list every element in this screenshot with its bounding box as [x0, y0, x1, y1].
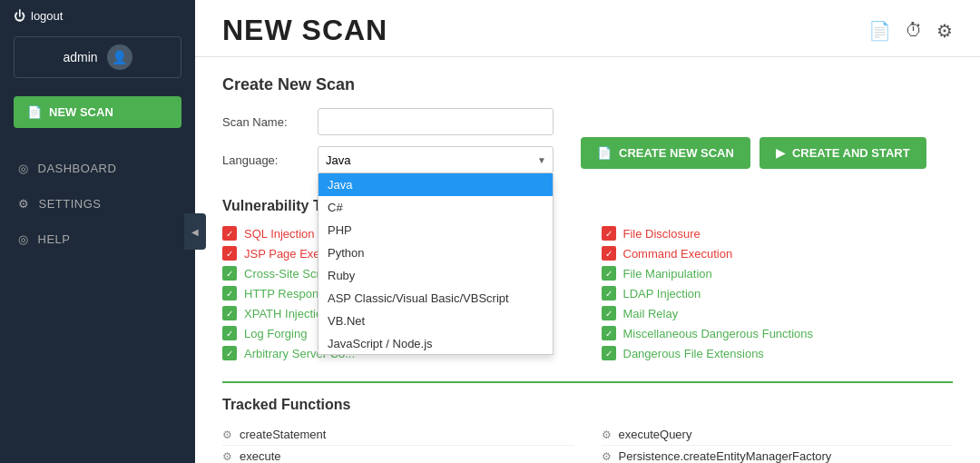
- sidebar-item-dashboard[interactable]: ◎ DASHBOARD: [0, 151, 195, 186]
- tracked-function-name: executeQuery: [619, 428, 692, 441]
- new-scan-button[interactable]: 📄 NEW SCAN: [14, 96, 181, 128]
- language-row: Language: Java ▼ Java C# PHP Python Ruby: [222, 146, 554, 173]
- vuln-name: Command Execution: [623, 247, 733, 261]
- dropdown-option-js[interactable]: JavaScript / Node.js: [318, 332, 553, 355]
- list-item[interactable]: ✓ Command Execution: [602, 243, 954, 263]
- list-item: ⚙ createStatement: [222, 424, 574, 446]
- create-and-start-button[interactable]: ▶ CREATE AND START: [760, 137, 926, 169]
- tracked-function-name: createStatement: [240, 428, 326, 441]
- list-item[interactable]: ✓ File Manipulation: [602, 263, 954, 283]
- list-item[interactable]: ✓ Miscellaneous Dangerous Functions: [602, 323, 954, 343]
- checkbox-log[interactable]: ✓: [222, 326, 237, 340]
- checkbox-xpath[interactable]: ✓: [222, 306, 237, 320]
- gear-icon[interactable]: ⚙: [936, 20, 953, 42]
- logout-label: logout: [31, 9, 63, 23]
- dropdown-option-python[interactable]: Python: [318, 241, 553, 264]
- vuln-name: LDAP Injection: [623, 287, 701, 300]
- tracked-right-col: ⚙ executeQuery ⚙ Persistence.createEntit…: [602, 424, 954, 463]
- sidebar-item-help[interactable]: ◎ HELP: [0, 222, 195, 257]
- checkbox-file-manip[interactable]: ✓: [602, 266, 616, 281]
- new-scan-label: NEW SCAN: [49, 105, 113, 119]
- dropdown-option-csharp[interactable]: C#: [318, 196, 553, 219]
- logout-icon: ⏻: [14, 9, 25, 23]
- clock-icon[interactable]: ⏱: [905, 20, 923, 41]
- play-icon: ▶: [776, 146, 785, 160]
- main-content: NEW SCAN 📄 ⏱ ⚙ Create New Scan Scan Name…: [195, 0, 980, 463]
- page-header: NEW SCAN 📄 ⏱ ⚙: [195, 0, 980, 57]
- gear-icon: ⚙: [222, 450, 232, 463]
- create-new-label: CREATE NEW SCAN: [619, 146, 734, 160]
- language-display[interactable]: Java: [318, 146, 554, 173]
- vuln-right-col: ✓ File Disclosure ✓ Command Execution ✓ …: [602, 223, 954, 363]
- vuln-name: Miscellaneous Dangerous Functions: [623, 327, 814, 340]
- checkbox-xss[interactable]: ✓: [222, 266, 237, 281]
- sidebar-item-settings[interactable]: ⚙ SETTINGS: [0, 186, 195, 222]
- gear-icon: ⚙: [602, 450, 612, 463]
- tracked-function-name: Persistence.createEntityManagerFactory: [619, 449, 832, 463]
- create-scan-title: Create New Scan: [222, 75, 953, 94]
- checkbox-misc[interactable]: ✓: [602, 326, 616, 340]
- new-scan-icon: 📄: [27, 105, 42, 119]
- language-select-wrapper: Java ▼ Java C# PHP Python Ruby ASP Class…: [318, 146, 554, 173]
- settings-label: SETTINGS: [39, 197, 102, 211]
- scan-name-label: Scan Name:: [222, 115, 304, 129]
- checkbox-arbitrary[interactable]: ✓: [222, 346, 237, 360]
- help-icon: ◎: [18, 232, 29, 246]
- dropdown-option-asp[interactable]: ASP Classic/Visual Basic/VBScript: [318, 287, 553, 310]
- list-item[interactable]: ✓ File Disclosure: [602, 223, 954, 243]
- scan-name-row: Scan Name:: [222, 108, 554, 135]
- list-item: ⚙ executeQuery: [602, 424, 954, 446]
- sidebar-collapse-button[interactable]: ◀: [184, 213, 206, 250]
- vuln-name: Mail Relay: [623, 307, 679, 320]
- gear-icon: ⚙: [222, 429, 232, 441]
- checkbox-ldap[interactable]: ✓: [602, 286, 616, 300]
- logout-button[interactable]: ⏻ logout: [0, 0, 195, 32]
- tracked-grid: ⚙ createStatement ⚙ execute ⚙ persistenc…: [222, 424, 953, 463]
- checkbox-http[interactable]: ✓: [222, 286, 237, 300]
- checkbox-jsp[interactable]: ✓: [222, 246, 237, 261]
- language-dropdown[interactable]: Java C# PHP Python Ruby ASP Classic/Visu…: [318, 173, 554, 355]
- list-item[interactable]: ✓ Dangerous File Extensions: [602, 343, 954, 363]
- language-label: Language:: [222, 153, 304, 167]
- checkbox-file-disclosure[interactable]: ✓: [602, 226, 616, 241]
- checkbox-dangerous-ext[interactable]: ✓: [602, 346, 616, 360]
- list-item: ⚙ Persistence.createEntityManagerFactory: [602, 446, 954, 463]
- dropdown-option-php[interactable]: PHP: [318, 219, 553, 241]
- vuln-name: File Manipulation: [623, 267, 712, 281]
- action-buttons: 📄 CREATE NEW SCAN ▶ CREATE AND START: [581, 137, 926, 169]
- tracked-function-name: execute: [240, 449, 281, 463]
- list-item[interactable]: ✓ LDAP Injection: [602, 283, 954, 303]
- help-label: HELP: [38, 232, 71, 246]
- gear-icon: ⚙: [602, 429, 612, 441]
- tracked-title: Tracked Functions: [222, 397, 953, 413]
- dashboard-label: DASHBOARD: [38, 162, 117, 175]
- sidebar: ⏻ logout admin 👤 📄 NEW SCAN ◎ DASHBOARD …: [0, 0, 195, 463]
- checkbox-sql-injection[interactable]: ✓: [222, 226, 237, 241]
- sidebar-nav: ◎ DASHBOARD ⚙ SETTINGS ◎ HELP: [0, 151, 195, 257]
- dropdown-option-java[interactable]: Java: [318, 173, 553, 196]
- avatar: 👤: [107, 44, 132, 70]
- checkbox-mail[interactable]: ✓: [602, 306, 616, 320]
- page-title: NEW SCAN: [222, 14, 387, 47]
- vuln-name: SQL Injection: [244, 227, 315, 241]
- dashboard-icon: ◎: [18, 162, 29, 175]
- dropdown-option-ruby[interactable]: Ruby: [318, 264, 553, 287]
- vuln-name: File Disclosure: [623, 227, 701, 241]
- vuln-name: XPATH Injection: [244, 307, 328, 320]
- header-icons: 📄 ⏱ ⚙: [868, 20, 953, 42]
- create-icon: 📄: [597, 146, 612, 160]
- vuln-name: Log Forging: [244, 327, 307, 340]
- user-profile: admin 👤: [14, 36, 181, 78]
- scan-name-input[interactable]: [318, 108, 554, 135]
- checkbox-command[interactable]: ✓: [602, 246, 616, 261]
- file-icon[interactable]: 📄: [868, 20, 891, 42]
- create-start-label: CREATE AND START: [792, 146, 910, 160]
- list-item: ⚙ execute: [222, 446, 574, 463]
- dropdown-option-vbnet[interactable]: VB.Net: [318, 310, 553, 332]
- tracked-left-col: ⚙ createStatement ⚙ execute ⚙ persistenc…: [222, 424, 574, 463]
- main-body: Create New Scan Scan Name: Language: Jav…: [195, 57, 980, 463]
- list-item[interactable]: ✓ Mail Relay: [602, 303, 954, 323]
- settings-icon: ⚙: [18, 197, 30, 211]
- user-label: admin: [63, 50, 97, 64]
- create-new-scan-button[interactable]: 📄 CREATE NEW SCAN: [581, 137, 750, 169]
